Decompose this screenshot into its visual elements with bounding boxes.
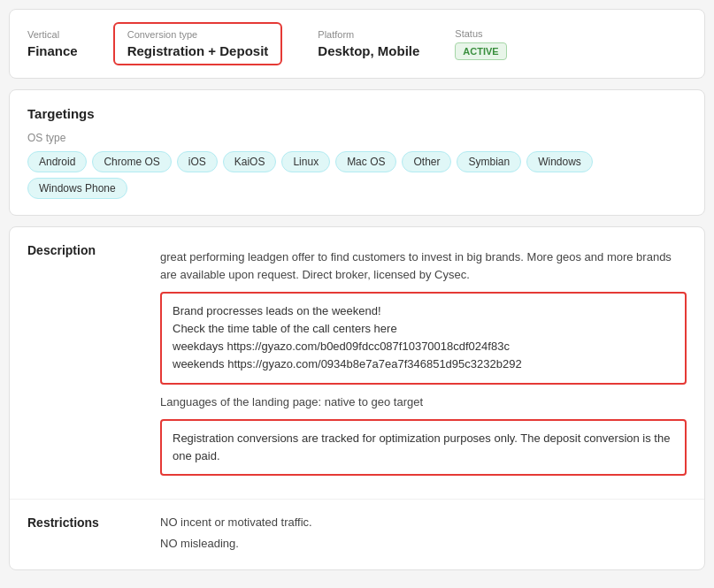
restrictions-value: NO incent or motivated traffic. NO misle… xyxy=(160,514,687,555)
os-tag: Other xyxy=(402,151,451,172)
restrictions-line1: NO incent or motivated traffic. xyxy=(160,514,687,531)
vertical-item: Vertical Finance xyxy=(27,29,78,58)
restrictions-key: Restrictions xyxy=(27,514,142,530)
os-tag: Chrome OS xyxy=(92,151,171,172)
conversion-value: Registration + Deposit xyxy=(127,43,269,58)
description-intro: great performing leadgen offer to find c… xyxy=(160,248,687,283)
details-card: Description great performing leadgen off… xyxy=(9,226,705,570)
os-tag-list: AndroidChrome OSiOSKaiOSLinuxMac OSOther… xyxy=(27,151,687,199)
targetings-title: Targetings xyxy=(27,106,687,121)
top-info-card: Vertical Finance Conversion type Registr… xyxy=(9,9,705,79)
vertical-label: Vertical xyxy=(27,29,78,40)
restrictions-row: Restrictions NO incent or motivated traf… xyxy=(10,500,704,569)
targetings-card: Targetings OS type AndroidChrome OSiOSKa… xyxy=(9,89,705,216)
os-tag: Windows Phone xyxy=(27,178,127,199)
status-label: Status xyxy=(455,28,506,39)
description-key: Description xyxy=(27,241,142,257)
vertical-value: Finance xyxy=(27,43,78,58)
os-tag: iOS xyxy=(177,151,218,172)
description-registration-box: Registration conversions are tracked for… xyxy=(160,419,687,476)
description-languages: Languages of the landing page: native to… xyxy=(160,393,687,411)
conversion-label: Conversion type xyxy=(127,29,269,40)
description-value: great performing leadgen offer to find c… xyxy=(160,241,687,485)
status-item: Status ACTIVE xyxy=(455,28,506,60)
platform-value: Desktop, Mobile xyxy=(318,43,419,58)
status-badge: ACTIVE xyxy=(455,42,506,60)
platform-label: Platform xyxy=(318,29,419,40)
description-highlighted-box: Brand procresses leads on the weekend!Ch… xyxy=(160,292,687,385)
restrictions-line2: NO misleading. xyxy=(160,535,687,553)
os-type-label: OS type xyxy=(27,132,687,144)
conversion-type-item: Conversion type Registration + Deposit xyxy=(113,22,283,65)
os-tag: Android xyxy=(27,151,87,172)
os-tag: Linux xyxy=(281,151,330,172)
platform-item: Platform Desktop, Mobile xyxy=(318,29,419,58)
os-tag: Windows xyxy=(526,151,593,172)
description-row: Description great performing leadgen off… xyxy=(10,227,704,500)
os-tag: Symbian xyxy=(457,151,521,172)
os-tag: KaiOS xyxy=(223,151,277,172)
os-tag: Mac OS xyxy=(335,151,396,172)
